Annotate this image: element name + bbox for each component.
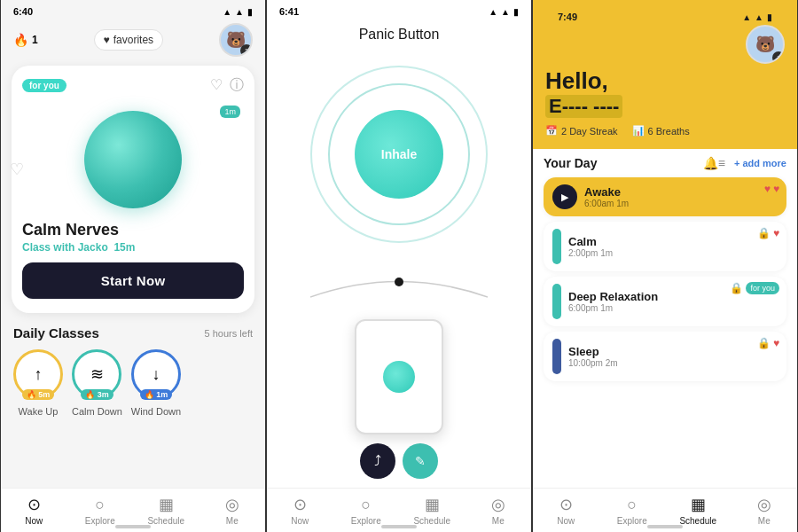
nav-now-label-3: Now — [557, 516, 575, 526]
schedule-item-deep-relaxation[interactable]: Deep Relaxation 6:00pm 1m 🔒 for you — [544, 277, 786, 326]
nav-me-label-2: Me — [492, 516, 505, 526]
nav-now-3[interactable]: ⊙ Now — [533, 495, 599, 526]
status-bar-1: 6:40 ▲ ▲ ▮ — [1, 0, 265, 20]
calm-info: Calm 2:00pm 1m — [568, 235, 778, 258]
streak-badge: 🔥 1 — [13, 33, 38, 47]
calm-badges: 🔒 ♥ — [757, 227, 779, 239]
phone1-header: 🔥 1 ♥ favorites 🐻 1 — [1, 20, 265, 62]
heart-badge-awake: ♥ — [764, 183, 771, 195]
wind-down-badge: 🔥 1m — [140, 389, 173, 400]
wave-icon: ≋ — [90, 364, 104, 384]
schedule-item-calm[interactable]: Calm 2:00pm 1m 🔒 ♥ — [544, 222, 786, 271]
calm-down-label: Calm Down — [72, 406, 122, 417]
nav-me-3[interactable]: ◎ Me — [732, 495, 798, 526]
orb-container: 1m — [22, 102, 244, 217]
time-3: 7:49 — [558, 12, 577, 22]
play-button-awake[interactable]: ▶ — [552, 184, 577, 209]
schedule-item-awake[interactable]: ▶ Awake 6:00am 1m ♥ ♥ — [544, 177, 786, 216]
start-now-button[interactable]: Start Now — [22, 262, 244, 299]
nav-schedule-2[interactable]: ▦ Schedule — [399, 495, 466, 526]
calm-time: 2:00pm 1m — [568, 248, 778, 258]
svg-point-0 — [395, 278, 403, 286]
wave-area — [310, 257, 488, 310]
avatar-wrap-3[interactable]: 🐻 1 — [746, 25, 785, 64]
nav-schedule-label-2: Schedule — [413, 516, 450, 526]
card-duration: 15m — [113, 241, 135, 254]
wifi-icon-2: ▲ — [489, 7, 497, 17]
edit-button[interactable]: ✎ — [403, 443, 438, 479]
time-1: 6:40 — [13, 6, 33, 17]
breathing-inner-circle[interactable]: Inhale — [355, 110, 443, 199]
calm-orb — [84, 111, 182, 208]
nav-explore-label: Explore — [85, 516, 115, 526]
streak-count: 1 — [32, 34, 38, 46]
daily-classes-header: Daily Classes 5 hours left — [13, 325, 253, 340]
class-circle-calm-down: ≋ 🔥 3m — [72, 349, 121, 399]
your-day-actions: 🔔≡ + add more — [703, 156, 786, 170]
card-title: Calm Nerves — [22, 221, 244, 239]
card-subtitle: Class with Jacko 15m — [22, 241, 244, 254]
awake-time: 6:00am 1m — [584, 199, 778, 208]
add-more-button[interactable]: + add more — [734, 158, 786, 168]
schedule-icon: ▦ — [159, 495, 174, 514]
breaths-label: 6 Breaths — [648, 126, 690, 137]
phone3-stats: 📅 2 Day Streak 📊 6 Breaths — [545, 125, 785, 137]
class-circle-wake-up: ↑ 🔥 5m — [13, 349, 63, 399]
signal-icon-2: ▲ — [501, 7, 510, 17]
home-indicator-1 — [115, 525, 151, 528]
nav-schedule-1[interactable]: ▦ Schedule — [133, 495, 200, 526]
class-item-calm-down[interactable]: ≋ 🔥 3m Calm Down — [72, 349, 122, 417]
nav-me-1[interactable]: ◎ Me — [200, 495, 266, 526]
favorites-label: favorites — [113, 34, 153, 46]
nav-explore-1[interactable]: ○ Explore — [67, 496, 134, 526]
nav-explore-2[interactable]: ○ Explore — [333, 496, 400, 526]
status-icons-3: ▲ ▲ ▮ — [742, 12, 772, 22]
battery-icon: ▮ — [247, 7, 253, 17]
phone-3: 7:49 ▲ ▲ ▮ 🐻 1 Hello, E---- ---- 📅 2 Day… — [532, 0, 798, 532]
explore-icon-3: ○ — [627, 496, 637, 514]
fire-icon: 🔥 — [13, 33, 28, 47]
heart-action-icon[interactable]: ♡ — [210, 76, 223, 95]
schedule-item-sleep[interactable]: Sleep 10:00pm 2m 🔒 ♥ — [544, 332, 786, 381]
share-button[interactable]: ⤴ — [360, 443, 395, 479]
status-icons-1: ▲ ▲ ▮ — [223, 7, 253, 17]
calm-down-badge: 🔥 3m — [81, 389, 113, 400]
calendar-icon: 📅 — [545, 125, 558, 137]
class-item-wind-down[interactable]: ↓ 🔥 1m Wind Down — [131, 349, 181, 417]
nav-now-2[interactable]: ⊙ Now — [267, 495, 333, 526]
heart-icon: ♥ — [104, 34, 110, 46]
nav-schedule-3[interactable]: ▦ Schedule — [665, 495, 732, 526]
calm-name: Calm — [568, 235, 778, 248]
filter-icon[interactable]: 🔔≡ — [703, 156, 725, 170]
nav-now-1[interactable]: ⊙ Now — [1, 495, 67, 526]
sleep-info: Sleep 10:00pm 2m — [568, 345, 778, 368]
info-icon[interactable]: ⓘ — [230, 76, 244, 95]
deep-relax-color-bar — [552, 284, 561, 319]
explore-icon-2: ○ — [361, 496, 371, 514]
wifi-icon-3: ▲ — [742, 12, 751, 22]
nav-me-2[interactable]: ◎ Me — [466, 495, 532, 526]
status-bar-2: 6:41 ▲ ▲ ▮ — [267, 0, 531, 20]
nav-explore-3[interactable]: ○ Explore — [599, 496, 666, 526]
love-badge-awake: ♥ — [773, 183, 779, 195]
lock-badge-deep-relax: 🔒 — [730, 282, 743, 294]
nav-explore-label-2: Explore — [351, 516, 381, 526]
me-icon-2: ◎ — [491, 495, 505, 514]
deep-relax-badges: 🔒 for you — [730, 282, 779, 294]
avatar-3: 🐻 1 — [746, 25, 785, 64]
daily-classes-title: Daily Classes — [13, 325, 99, 340]
now-icon-3: ⊙ — [559, 495, 573, 514]
nav-me-label-3: Me — [758, 516, 771, 526]
sleep-color-bar — [552, 339, 561, 374]
avatar-badge-3: 1 — [772, 51, 785, 64]
share-row: ⤴ ✎ — [360, 443, 438, 479]
avatar[interactable]: 🐻 1 — [219, 23, 253, 57]
avatar-badge: 1 — [240, 44, 253, 57]
down-arrow-icon: ↓ — [152, 365, 160, 384]
now-icon-2: ⊙ — [293, 495, 307, 514]
favorites-button[interactable]: ♥ favorites — [94, 29, 163, 51]
mini-phone-mockup — [355, 319, 443, 434]
nav-schedule-label: Schedule — [147, 516, 184, 526]
class-item-wake-up[interactable]: ↑ 🔥 5m Wake Up — [13, 349, 63, 417]
signal-icon: ▲ — [235, 7, 244, 17]
